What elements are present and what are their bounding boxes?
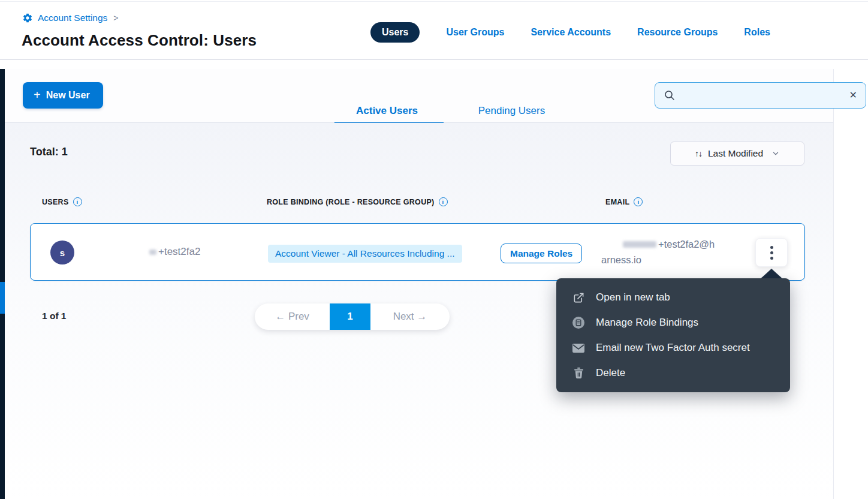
chevron-down-icon: [771, 149, 780, 158]
app-window: Account Settings > Account Access Contro…: [0, 0, 868, 499]
role-binding-chip[interactable]: Account Viewer - All Resources Including…: [268, 245, 462, 263]
sort-dropdown-value: Last Modified: [708, 148, 763, 159]
new-user-button-label: New User: [46, 90, 90, 101]
envelope-icon: [571, 344, 586, 353]
new-user-button[interactable]: + New User: [23, 82, 103, 109]
external-link-icon: [571, 292, 586, 303]
plus-icon: +: [34, 89, 41, 101]
search-clear-icon[interactable]: ✕: [849, 91, 857, 100]
nav-item-roles[interactable]: Roles: [744, 27, 770, 38]
kebab-icon: [770, 246, 773, 249]
nav-item-resource-groups[interactable]: Resource Groups: [637, 27, 718, 38]
right-panel-gutter: [833, 69, 868, 499]
avatar: s: [50, 241, 74, 264]
context-menu: Open in new tab Manage Role Bindings Ema…: [556, 278, 790, 392]
prev-label: Prev: [288, 311, 309, 322]
top-nav: Users User Groups Service Accounts Resou…: [370, 22, 770, 43]
user-name-text: +test2fa2: [158, 246, 200, 258]
menu-item-label: Delete: [596, 367, 625, 379]
total-count: Total: 1: [30, 146, 68, 158]
column-header-email: EMAIL i: [605, 197, 643, 206]
top-divider: [0, 1, 868, 2]
nav-item-users[interactable]: Users: [370, 22, 420, 43]
nav-item-user-groups[interactable]: User Groups: [446, 27, 504, 38]
sort-dropdown[interactable]: ↑↓ Last Modified: [670, 142, 804, 166]
manage-roles-button[interactable]: Manage Roles: [501, 244, 582, 263]
info-icon[interactable]: i: [439, 197, 448, 206]
page-title: Account Access Control: Users: [22, 31, 257, 50]
search-box: ✕: [655, 82, 866, 109]
sort-arrows-icon: ↑↓: [695, 149, 702, 158]
user-name: +test2fa2: [149, 246, 200, 258]
prev-page-button[interactable]: ← Prev: [255, 303, 330, 330]
menu-item-manage-role-bindings[interactable]: Manage Role Bindings: [556, 310, 790, 335]
table-row[interactable]: s +test2fa2 Account Viewer - All Resourc…: [30, 223, 805, 281]
gear-icon: [22, 13, 33, 23]
next-label: Next: [393, 311, 414, 322]
trash-icon: [571, 367, 586, 379]
arrow-left-icon: ←: [275, 311, 285, 322]
search-input[interactable]: [682, 91, 843, 101]
sidebar-active-indicator: [0, 282, 5, 314]
column-header-role-binding: ROLE BINDING (ROLE - RESOURCE GROUP) i: [267, 197, 448, 206]
email-line1: +test2fa2@h: [658, 236, 715, 252]
column-header-users: USERS i: [42, 197, 82, 206]
page-info: 1 of 1: [42, 311, 66, 321]
menu-item-label: Email new Two Factor Auth secret: [596, 342, 750, 354]
arrow-right-icon: →: [417, 311, 427, 322]
sidebar-collapsed-strip[interactable]: [0, 69, 5, 499]
redacted-email-prefix: [623, 241, 656, 248]
breadcrumb-separator: >: [113, 13, 118, 23]
page-header: Account Settings > Account Access Contro…: [0, 0, 868, 60]
menu-item-label: Manage Role Bindings: [596, 317, 698, 329]
info-icon[interactable]: i: [73, 197, 82, 206]
info-icon[interactable]: i: [634, 197, 643, 206]
page-number-button[interactable]: 1: [330, 303, 370, 330]
email-line2: arness.io: [601, 254, 641, 265]
next-page-button[interactable]: Next →: [370, 303, 450, 330]
nav-item-service-accounts[interactable]: Service Accounts: [531, 27, 611, 38]
column-header-users-label: USERS: [42, 198, 69, 206]
row-options-menu-button[interactable]: [755, 238, 788, 267]
column-header-role-binding-label: ROLE BINDING (ROLE - RESOURCE GROUP): [267, 198, 435, 206]
role-bindings-icon: [571, 316, 586, 329]
tab-pending-users[interactable]: Pending Users: [463, 105, 560, 117]
pagination: ← Prev 1 Next →: [255, 303, 450, 330]
redacted-name-prefix: [149, 250, 156, 255]
breadcrumb[interactable]: Account Settings >: [22, 13, 119, 23]
column-header-email-label: EMAIL: [605, 198, 629, 206]
menu-item-open-in-new-tab[interactable]: Open in new tab: [556, 285, 790, 310]
search-icon: [664, 89, 676, 101]
tab-active-users[interactable]: Active Users: [329, 105, 445, 124]
menu-item-label: Open in new tab: [596, 291, 670, 303]
user-email: +test2fa2@h arness.io: [601, 236, 755, 267]
breadcrumb-label[interactable]: Account Settings: [38, 13, 107, 23]
menu-item-delete[interactable]: Delete: [556, 360, 790, 386]
menu-item-email-two-factor-secret[interactable]: Email new Two Factor Auth secret: [556, 335, 790, 360]
